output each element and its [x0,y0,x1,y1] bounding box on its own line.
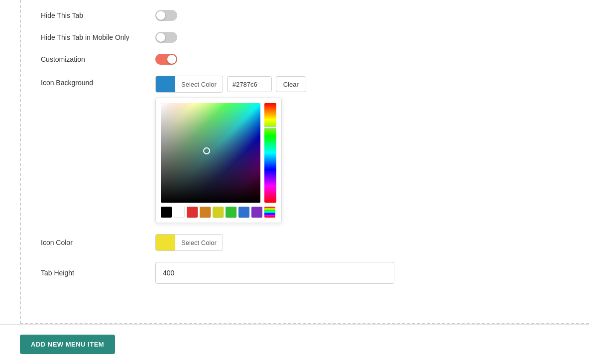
color-picker-popup [155,98,282,223]
icon-background-control: Select Color Clear [155,76,306,223]
hide-tab-track [155,10,177,21]
customization-thumb [167,55,176,64]
hide-mobile-thumb [156,33,165,42]
swatch-blue[interactable] [238,207,249,218]
color-picker-main [161,103,276,203]
icon-color-label: Icon Color [41,239,155,246]
tab-height-control [155,262,394,284]
swatch-white[interactable] [174,207,185,218]
icon-background-select-label: Select Color [175,76,223,92]
icon-background-clear-button[interactable]: Clear [276,76,306,92]
hide-mobile-row: Hide This Tab in Mobile Only [41,32,569,43]
color-swatches [161,207,276,218]
customization-track [155,54,177,65]
icon-background-color-button[interactable]: Select Color [155,76,223,93]
icon-color-row: Icon Color Select Color [41,234,569,251]
hide-tab-row: Hide This Tab [41,10,569,21]
icon-background-row: Icon Background Select Color Clear [41,76,569,223]
icon-color-swatch [156,235,175,250]
hue-slider-thumb [264,126,276,129]
swatch-purple[interactable] [251,207,262,218]
icon-background-inputs: Select Color Clear [155,76,306,93]
color-gradient-area[interactable] [161,103,260,203]
customization-control [155,54,177,65]
swatch-red[interactable] [187,207,198,218]
icon-background-hex-input[interactable] [227,76,272,92]
hide-tab-control [155,10,177,21]
customization-label: Customization [41,55,155,63]
hide-mobile-label: Hide This Tab in Mobile Only [41,33,155,41]
hide-tab-thumb [156,11,165,20]
swatch-black[interactable] [161,207,172,218]
icon-background-label: Icon Background [41,76,155,87]
bottom-bar: ADD NEW MENU ITEM [0,324,589,364]
add-menu-item-button[interactable]: ADD NEW MENU ITEM [20,335,115,354]
customization-toggle[interactable] [155,54,177,65]
icon-color-select-label: Select Color [175,235,223,250]
tab-height-label: Tab Height [41,269,155,277]
icon-color-control: Select Color [155,234,223,251]
hide-mobile-toggle[interactable] [155,32,177,43]
swatch-yellow[interactable] [213,207,224,218]
hue-slider[interactable] [264,103,276,203]
icon-color-button[interactable]: Select Color [155,234,223,251]
hide-tab-toggle[interactable] [155,10,177,21]
hide-mobile-control [155,32,177,43]
hide-mobile-track [155,32,177,43]
icon-background-swatch [156,76,175,92]
swatch-orange[interactable] [200,207,211,218]
tab-height-row: Tab Height [41,262,569,284]
main-container: Hide This Tab Hide This Tab in Mobile On… [0,0,589,364]
customization-row: Customization [41,54,569,65]
content-area: Hide This Tab Hide This Tab in Mobile On… [20,0,589,324]
hide-tab-label: Hide This Tab [41,11,155,19]
swatch-hue-bar[interactable] [264,207,275,218]
swatch-green[interactable] [226,207,236,218]
gradient-black-overlay [161,103,260,203]
tab-height-input[interactable] [155,262,394,284]
